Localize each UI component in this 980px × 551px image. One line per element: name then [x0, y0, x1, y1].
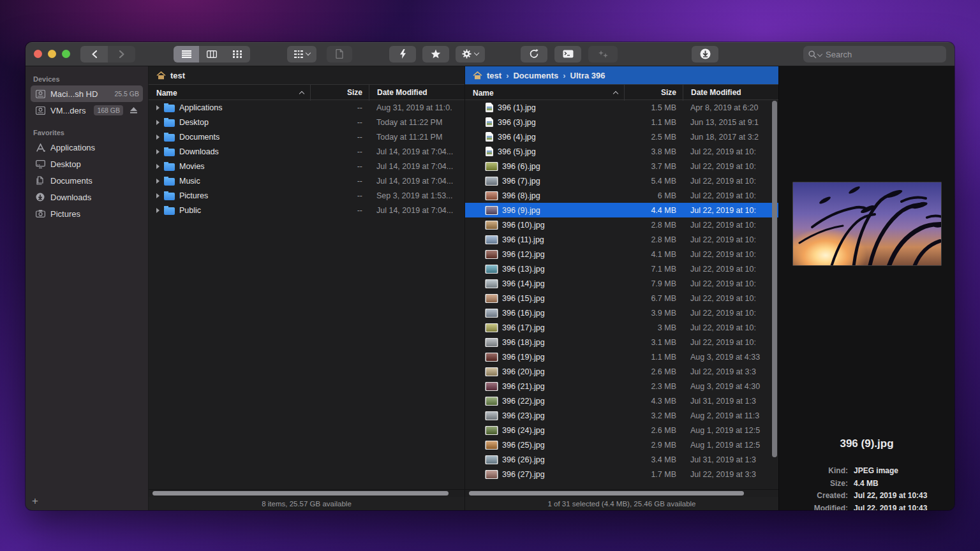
table-row[interactable]: 396 (25).jpg 2.9 MB Aug 1, 2019 at 12:5 [465, 437, 778, 452]
finder-window: Search Devices Maci...sh HD 25.5 GB VM..… [26, 42, 954, 510]
actions-menu-button[interactable] [456, 46, 485, 62]
table-row[interactable]: 396 (7).jpg 5.4 MB Jul 22, 2019 at 10: [465, 173, 778, 188]
table-row[interactable]: 396 (1).jpg 1.5 MB Apr 8, 2019 at 6:20 [465, 100, 778, 115]
close-window-button[interactable] [34, 50, 42, 58]
table-row[interactable]: Documents -- Today at 11:21 PM [149, 129, 464, 144]
quick-actions-button[interactable] [389, 46, 416, 62]
table-row[interactable]: Music -- Jul 14, 2019 at 7:04... [149, 173, 464, 188]
disclosure-triangle-icon[interactable] [156, 164, 160, 169]
chevron-down-icon [474, 50, 479, 55]
table-row[interactable]: 396 (9).jpg 4.4 MB Jul 22, 2019 at 10: [465, 203, 778, 217]
download-button[interactable] [692, 46, 718, 62]
right-horizontal-scrollbar[interactable] [465, 489, 778, 497]
scrollbar-thumb[interactable] [772, 101, 777, 457]
right-path-bar[interactable]: test › Documents › Ultra 396 [465, 66, 778, 84]
scrollbar-thumb[interactable] [152, 491, 449, 496]
chevron-right-icon [118, 50, 126, 59]
table-row[interactable]: 396 (3).jpg 1.1 MB Jun 13, 2015 at 9:1 [465, 115, 778, 129]
table-row[interactable]: 396 (6).jpg 3.7 MB Jul 22, 2019 at 10: [465, 159, 778, 173]
disclosure-triangle-icon[interactable] [156, 208, 160, 213]
zoom-window-button[interactable] [62, 50, 70, 58]
column-header-size[interactable]: Size [310, 85, 369, 101]
disclosure-triangle-icon[interactable] [156, 135, 160, 140]
back-button[interactable] [80, 46, 108, 62]
table-row[interactable]: 396 (24).jpg 2.6 MB Aug 1, 2019 at 12:5 [465, 423, 778, 437]
table-row[interactable]: 396 (12).jpg 4.1 MB Jul 22, 2019 at 10: [465, 247, 778, 261]
table-row[interactable]: 396 (4).jpg 2.5 MB Jun 18, 2017 at 3:2 [465, 129, 778, 144]
left-path-bar[interactable]: test [149, 66, 464, 84]
disclosure-triangle-icon[interactable] [156, 179, 160, 184]
preview-thumbnail[interactable] [792, 182, 942, 266]
table-row[interactable]: 396 (19).jpg 1.1 MB Aug 3, 2019 at 4:33 [465, 349, 778, 364]
file-name: Pictures [179, 191, 208, 200]
table-row[interactable]: 396 (16).jpg 3.9 MB Jul 22, 2019 at 10: [465, 305, 778, 320]
table-row[interactable]: 396 (13).jpg 7.1 MB Jul 22, 2019 at 10: [465, 261, 778, 276]
table-row[interactable]: 396 (11).jpg 2.8 MB Jul 22, 2019 at 10: [465, 232, 778, 247]
table-row[interactable]: 396 (18).jpg 3.1 MB Jul 22, 2019 at 10: [465, 335, 778, 349]
column-header-name[interactable]: Name [149, 89, 310, 98]
sidebar-item-documents[interactable]: Documents [31, 172, 143, 189]
folder-icon [164, 178, 175, 186]
sidebar-item-pictures[interactable]: Pictures [31, 205, 143, 222]
preview-document-button[interactable] [327, 46, 352, 62]
sparkle-tools-button[interactable] [588, 46, 618, 62]
grid-view-button[interactable] [225, 46, 250, 62]
table-row[interactable]: 396 (10).jpg 2.8 MB Jul 22, 2019 at 10: [465, 217, 778, 232]
terminal-button[interactable] [554, 46, 581, 62]
table-row[interactable]: 396 (15).jpg 6.7 MB Jul 22, 2019 at 10: [465, 291, 778, 305]
table-row[interactable]: 396 (21).jpg 2.3 MB Aug 3, 2019 at 4:30 [465, 379, 778, 393]
left-horizontal-scrollbar[interactable] [149, 489, 464, 497]
document-icon [336, 49, 343, 59]
sidebar-item-applications[interactable]: Applications [31, 139, 143, 156]
column-header-date-modified[interactable]: Date Modified [369, 85, 464, 101]
sidebar-item-desktop[interactable]: Desktop [31, 156, 143, 172]
file-date-modified: Jul 14, 2019 at 7:04... [369, 206, 464, 215]
group-by-button[interactable] [287, 46, 316, 62]
table-row[interactable]: 396 (23).jpg 3.2 MB Aug 2, 2019 at 11:3 [465, 408, 778, 423]
column-header-name[interactable]: Name [465, 89, 624, 98]
column-view-button[interactable] [199, 46, 225, 62]
table-row[interactable]: 396 (27).jpg 1.7 MB Jul 22, 2019 at 3:3 [465, 467, 778, 481]
list-view-button[interactable] [174, 46, 199, 62]
add-button[interactable]: + [32, 495, 38, 508]
file-date-modified: Apr 8, 2019 at 6:20 [683, 103, 778, 112]
table-row[interactable]: Pictures -- Sep 3, 2019 at 1:53... [149, 188, 464, 203]
metadata-row: Modified: Jul 22, 2019 at 10:43 [779, 502, 954, 510]
breadcrumb-item[interactable]: test › [487, 71, 513, 80]
sidebar-item-downloads[interactable]: Downloads [31, 189, 143, 205]
breadcrumb-item[interactable]: Documents › [513, 71, 570, 80]
table-row[interactable]: 396 (22).jpg 4.3 MB Jul 31, 2019 at 1:3 [465, 393, 778, 408]
minimize-window-button[interactable] [48, 50, 56, 58]
table-row[interactable]: 396 (14).jpg 7.9 MB Jul 22, 2019 at 10: [465, 276, 778, 291]
column-header-size[interactable]: Size [624, 85, 683, 101]
table-row[interactable]: 396 (5).jpg 3.8 MB Jul 22, 2019 at 10: [465, 144, 778, 159]
file-size: 1.5 MB [624, 103, 683, 112]
table-row[interactable]: 396 (17).jpg 3 MB Jul 22, 2019 at 10: [465, 320, 778, 335]
table-row[interactable]: Downloads -- Jul 14, 2019 at 7:04... [149, 144, 464, 159]
table-row[interactable]: 396 (26).jpg 3.4 MB Jul 31, 2019 at 1:3 [465, 452, 778, 467]
disclosure-triangle-icon[interactable] [156, 193, 160, 198]
disclosure-triangle-icon[interactable] [156, 149, 160, 154]
table-row[interactable]: 396 (20).jpg 2.6 MB Jul 22, 2019 at 3:3 [465, 364, 778, 379]
table-row[interactable]: Public -- Jul 14, 2019 at 7:04... [149, 203, 464, 217]
forward-button[interactable] [108, 46, 135, 62]
download-circle-icon [700, 48, 711, 59]
file-date-modified: Jul 22, 2019 at 10: [683, 338, 778, 347]
sidebar-item-label: Downloads [50, 193, 139, 202]
breadcrumb-item[interactable]: Ultra 396 [570, 71, 614, 80]
disclosure-triangle-icon[interactable] [156, 120, 160, 125]
sync-button[interactable] [521, 46, 547, 62]
scrollbar-thumb[interactable] [469, 491, 744, 496]
sidebar-item-vm-folders[interactable]: VM...ders 168 GB [31, 102, 143, 119]
table-row[interactable]: Applications -- Aug 31, 2019 at 11:0. [149, 100, 464, 115]
sidebar-item-macintosh-hd[interactable]: Maci...sh HD 25.5 GB [31, 85, 143, 102]
disclosure-triangle-icon[interactable] [156, 105, 160, 110]
table-row[interactable]: Desktop -- Today at 11:22 PM [149, 115, 464, 129]
search-input[interactable]: Search [803, 46, 946, 62]
right-vertical-scrollbar[interactable] [772, 101, 777, 489]
favorite-button[interactable] [422, 46, 449, 62]
column-header-date-modified[interactable]: Date Modified [683, 85, 778, 101]
table-row[interactable]: 396 (8).jpg 6 MB Jul 22, 2019 at 10: [465, 188, 778, 203]
eject-icon[interactable] [128, 107, 139, 114]
table-row[interactable]: Movies -- Jul 14, 2019 at 7:04... [149, 159, 464, 173]
